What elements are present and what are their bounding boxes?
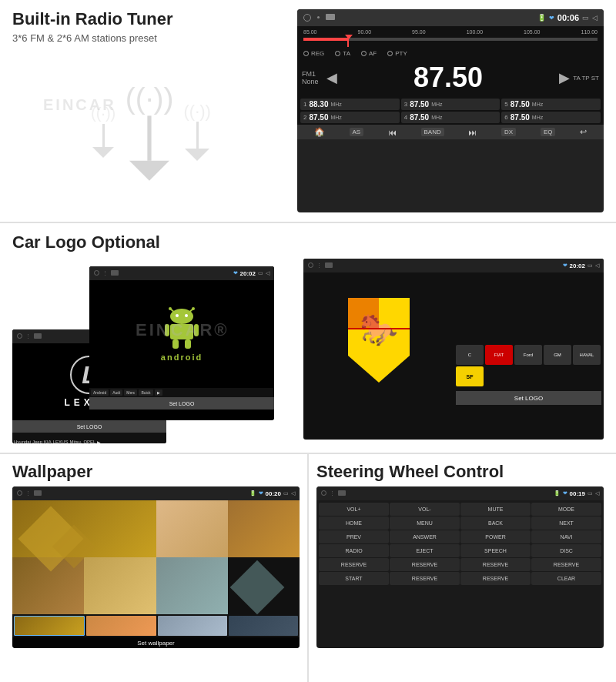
af-dot: [361, 51, 367, 56]
ferrari-home-icon[interactable]: [308, 262, 313, 268]
band-button[interactable]: BAND: [421, 128, 444, 136]
set-wallpaper-label[interactable]: Set wallpaper: [12, 637, 300, 648]
preset-5[interactable]: 5 87.50 MHz: [501, 99, 601, 110]
menu-dots-icon[interactable]: [317, 16, 320, 18]
steer-home-icon[interactable]: [321, 490, 326, 496]
btn-menu[interactable]: MENU: [390, 517, 460, 530]
pty-dot: [387, 51, 393, 56]
btn-next[interactable]: NEXT: [531, 517, 601, 530]
next-freq-button[interactable]: ▶: [559, 69, 570, 86]
brand-arrow: ▶: [97, 440, 101, 444]
back-ctrl-button[interactable]: ↩: [580, 127, 587, 137]
lexus-home-icon[interactable]: [17, 333, 22, 339]
android-time: 20:02: [240, 270, 256, 277]
btn-answer[interactable]: ANSWER: [390, 530, 460, 543]
wp-menu-icon[interactable]: ⋮: [25, 490, 31, 496]
back-icon: ◁: [592, 14, 598, 22]
freq-label-110: 110.00: [581, 29, 598, 35]
android-menu-icon[interactable]: ⋮: [102, 270, 108, 276]
freq-bar-container: 85.00 90.00 95.00 100.00 105.00 110.00: [297, 26, 604, 48]
btn-prev[interactable]: PREV: [319, 530, 389, 543]
option-ta[interactable]: TA: [335, 50, 350, 57]
radio-controls: 🏠 AS ⏮ BAND ⏭ DX EQ ↩: [297, 125, 604, 139]
wp-topbar-right: 🔋 ❤ 00:20 ▭ ◁: [249, 490, 295, 497]
wp-thumb-3[interactable]: [158, 616, 227, 636]
home-ctrl-button[interactable]: 🏠: [314, 127, 325, 137]
btn-mute[interactable]: MUTE: [460, 503, 531, 516]
preset-row-1: 1 88.30 MHz 3 87.50 MHz 5 87.50 MHz: [300, 99, 601, 110]
option-af[interactable]: AF: [361, 50, 377, 57]
home-icon[interactable]: [303, 14, 311, 22]
freq-slider[interactable]: [303, 38, 598, 47]
btn-radio[interactable]: RADIO: [319, 544, 389, 557]
freq-label-85: 85.00: [303, 29, 317, 35]
btn-clear[interactable]: CLEAR: [531, 572, 601, 585]
option-reg[interactable]: REG: [303, 50, 324, 57]
antenna-waves-small: ((·)): [91, 105, 116, 122]
ta-tp-st: TA TP ST: [573, 75, 599, 82]
option-pty[interactable]: PTY: [387, 50, 407, 57]
btn-reserve-4[interactable]: RESERVE: [531, 558, 601, 571]
eq-button[interactable]: EQ: [541, 128, 556, 136]
android-set-logo-area[interactable]: Set LOGO: [89, 397, 274, 410]
brand-gm: GM: [544, 345, 571, 365]
dx-button[interactable]: DX: [501, 128, 516, 136]
btn-reserve-6[interactable]: RESERVE: [460, 572, 531, 585]
svg-point-6: [185, 314, 188, 317]
btn-speech[interactable]: SPEECH: [460, 544, 531, 557]
btn-eject[interactable]: EJECT: [390, 544, 460, 557]
ferrari-set-logo-area[interactable]: Set LOGO: [456, 391, 601, 405]
ferrari-shield-area: 🐎: [303, 272, 454, 407]
btn-power[interactable]: POWER: [460, 530, 531, 543]
steer-menu-icon[interactable]: ⋮: [330, 490, 335, 496]
lexus-set-logo-area[interactable]: Set LOGO: [12, 420, 166, 433]
preset-3[interactable]: 3 87.50 MHz: [401, 99, 500, 110]
preset-6[interactable]: 6 87.50 MHz: [501, 112, 601, 123]
btn-vol-minus[interactable]: VOL-: [390, 503, 460, 516]
android-wifi-icon: ❤: [233, 270, 238, 276]
ta-dot: [335, 51, 340, 56]
btn-home[interactable]: HOME: [319, 517, 389, 530]
sim-icon: [326, 14, 335, 20]
lexus-menu-icon[interactable]: ⋮: [25, 333, 31, 339]
wp-home-icon[interactable]: [17, 490, 22, 496]
brand-audi: Audi: [110, 389, 122, 396]
wp-diamond-3: [230, 560, 285, 615]
btn-vol-plus[interactable]: VOL+: [319, 503, 389, 516]
preset-3-unit: MHz: [431, 102, 442, 107]
prev-freq-button[interactable]: ◀: [326, 69, 337, 86]
as-button[interactable]: AS: [350, 128, 364, 136]
wp-thumb-1[interactable]: [14, 616, 85, 636]
next-button[interactable]: ⏭: [468, 128, 477, 137]
wp-thumb-4[interactable]: [229, 616, 298, 636]
radio-options: REG TA AF PTY: [297, 48, 604, 59]
lexus-topbar-icons: ⋮: [17, 333, 42, 339]
preset-1[interactable]: 1 88.30 MHz: [300, 99, 400, 110]
ferrari-menu-icon[interactable]: ⋮: [316, 262, 322, 269]
freq-labels: 85.00 90.00 95.00 100.00 105.00 110.00: [303, 29, 598, 35]
radio-presets: 1 88.30 MHz 3 87.50 MHz 5 87.50 MHz: [297, 97, 604, 125]
wallpaper-screen: ⋮ 🔋 ❤ 00:20 ▭ ◁: [12, 486, 300, 648]
btn-back[interactable]: BACK: [460, 517, 531, 530]
btn-reserve-5[interactable]: RESERVE: [390, 572, 460, 585]
steer-topbar-right: 🔋 ❤ 00:19 ▭ ◁: [554, 490, 599, 497]
prev-button[interactable]: ⏮: [388, 128, 397, 137]
android-topbar-icons: ⋮: [94, 270, 119, 276]
wp-wifi-icon: ❤: [259, 490, 263, 496]
btn-start[interactable]: START: [319, 572, 389, 585]
brand-lexus: LEXUS: [53, 440, 69, 443]
btn-disc[interactable]: DISC: [531, 544, 601, 557]
wallpaper-topbar: ⋮ 🔋 ❤ 00:20 ▭ ◁: [12, 486, 300, 500]
pty-label: PTY: [395, 50, 407, 57]
preset-2[interactable]: 2 87.50 MHz: [300, 112, 400, 123]
wp-thumb-2[interactable]: [86, 616, 156, 636]
btn-reserve-2[interactable]: RESERVE: [390, 558, 460, 571]
btn-reserve-3[interactable]: RESERVE: [460, 558, 531, 571]
section-steering: Steering Wheel Control ⋮ 🔋 ❤ 00:19 ▭ ◁: [309, 454, 616, 682]
btn-reserve-1[interactable]: RESERVE: [319, 558, 389, 571]
btn-navi[interactable]: NAVI: [531, 530, 601, 543]
preset-4[interactable]: 4 87.50 MHz: [401, 112, 500, 123]
android-home-icon[interactable]: [94, 270, 99, 276]
ferrari-screen: ⋮ ❤ 20:02 ▭ ◁: [303, 259, 604, 440]
btn-mode[interactable]: MODE: [531, 503, 601, 516]
